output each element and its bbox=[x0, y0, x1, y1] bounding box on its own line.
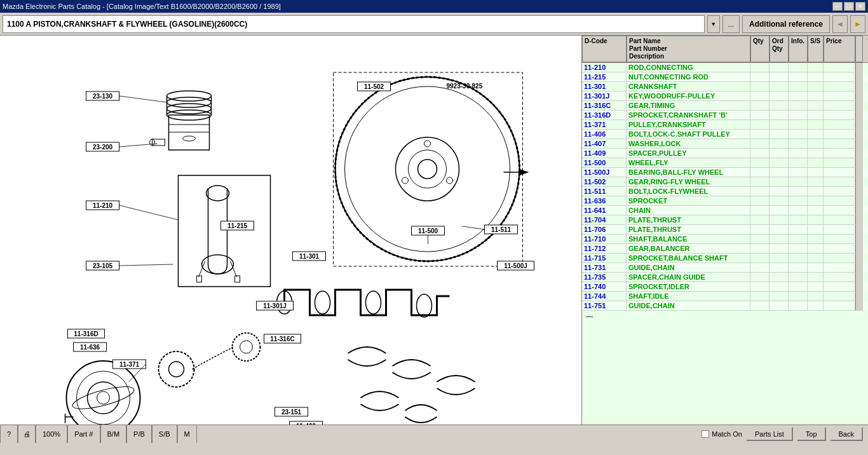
cell-dcode: 11-210 bbox=[582, 63, 627, 72]
bm-button[interactable]: B/M bbox=[100, 425, 127, 443]
cell-ordqty bbox=[770, 215, 789, 225]
label-11-511: 11-511 bbox=[485, 225, 518, 234]
cell-price bbox=[824, 301, 855, 311]
sb-button[interactable]: S/B bbox=[152, 425, 177, 443]
parts-list-button[interactable]: Parts List bbox=[746, 427, 793, 441]
cell-scroll bbox=[855, 206, 863, 215]
table-row[interactable]: 11-744 SHAFT,IDLE bbox=[582, 292, 868, 301]
cell-qty bbox=[750, 301, 770, 311]
catalog-title: 1100 A PISTON,CRANKSHAFT & FLYWHEEL (GAS… bbox=[3, 15, 705, 33]
cell-qty bbox=[750, 92, 770, 101]
cell-partname: CHAIN bbox=[627, 206, 750, 215]
table-row[interactable]: 11-215 NUT,CONNECTING ROD bbox=[582, 72, 868, 82]
table-row[interactable]: 11-710 SHAFT,BALANCE bbox=[582, 234, 868, 244]
cell-ordqty bbox=[770, 301, 789, 311]
label-11-502-top: 11-502 bbox=[358, 82, 391, 91]
cell-info bbox=[789, 282, 808, 292]
cell-ss bbox=[808, 111, 824, 120]
cell-partname: GEAR,RING-FLY WHEEL bbox=[627, 177, 750, 187]
table-row[interactable]: 11-502 GEAR,RING-FLY WHEEL bbox=[582, 177, 868, 187]
diagram-area: 23-130 23-200 bbox=[0, 36, 582, 424]
table-row[interactable]: 11-406 BOLT,LOCK-C.SHAFT PULLEY bbox=[582, 130, 868, 139]
header-dcode: D-Code bbox=[582, 36, 627, 62]
cell-price bbox=[824, 82, 855, 92]
cell-scroll bbox=[855, 196, 863, 206]
match-on-checkbox[interactable] bbox=[702, 430, 709, 438]
cell-info bbox=[789, 196, 808, 206]
top-button[interactable]: Top bbox=[797, 427, 826, 441]
cell-dcode: 11-710 bbox=[582, 234, 627, 244]
cell-scroll bbox=[855, 72, 863, 82]
cell-scroll bbox=[855, 225, 863, 234]
table-row[interactable]: 11-740 SPROCKET,IDLER bbox=[582, 282, 868, 292]
additional-reference-button[interactable]: Additional reference bbox=[742, 15, 830, 33]
cell-partname: PLATE,THRUST bbox=[627, 215, 750, 225]
cell-qty bbox=[750, 149, 770, 158]
table-row[interactable]: 11-715 SPROCKET,BALANCE SHAFT bbox=[582, 254, 868, 263]
table-row[interactable]: 11-735 SPACER,CHAIN GUIDE bbox=[582, 273, 868, 282]
pb-button[interactable]: P/B bbox=[126, 425, 152, 443]
cell-price bbox=[824, 263, 855, 273]
svg-text:11-301: 11-301 bbox=[299, 253, 320, 260]
print-button[interactable]: 🖨 bbox=[18, 425, 36, 443]
app-title: Mazda Electronic Parts Catalog - [Catalo… bbox=[3, 3, 832, 10]
table-row[interactable]: 11-704 PLATE,THRUST bbox=[582, 215, 868, 225]
cell-dcode: 11-371 bbox=[582, 120, 627, 130]
table-row[interactable]: 11-409 SPACER,PULLEY bbox=[582, 149, 868, 158]
label-23-130: 23-130 bbox=[86, 92, 119, 100]
table-row[interactable]: 11-751 GUIDE,CHAIN bbox=[582, 301, 868, 311]
table-row[interactable]: 11-731 GUIDE,CHAIN bbox=[582, 263, 868, 273]
nav-back-button[interactable]: ◄ bbox=[832, 15, 848, 33]
cell-info bbox=[789, 149, 808, 158]
part-button[interactable]: Part # bbox=[67, 425, 100, 443]
table-row[interactable]: 11-301 CRANKSHAFT bbox=[582, 82, 868, 92]
dropdown-button[interactable]: ▼ bbox=[707, 15, 720, 33]
cell-ss bbox=[808, 301, 824, 311]
status-bar: ? 🖨 100% Part # B/M P/B S/B M Match On P… bbox=[0, 424, 868, 442]
cell-scroll bbox=[855, 158, 863, 168]
cell-partname: BOLT,LOCK-C.SHAFT PULLEY bbox=[627, 130, 750, 139]
table-row[interactable]: 11-636 SPROCKET bbox=[582, 196, 868, 206]
close-button[interactable]: ✕ bbox=[855, 2, 865, 11]
parts-table-body[interactable]: 11-210 ROD,CONNECTING 11-215 NUT,CONNECT… bbox=[582, 63, 868, 424]
cell-info bbox=[789, 168, 808, 177]
table-row[interactable]: 11-641 CHAIN bbox=[582, 206, 868, 215]
minimize-button[interactable]: ─ bbox=[832, 2, 843, 11]
table-row[interactable]: 11-301J KEY,WOODRUFF-PULLEY bbox=[582, 92, 868, 101]
svg-text:11-502: 11-502 bbox=[364, 83, 384, 90]
ellipsis-button[interactable]: ... bbox=[722, 15, 740, 33]
svg-text:11-301J: 11-301J bbox=[263, 302, 287, 309]
cell-info bbox=[789, 263, 808, 273]
table-row[interactable]: 11-316D SPROCKET,CRANKSHAFT 'B' bbox=[582, 111, 868, 120]
table-row[interactable]: 11-712 GEAR,BALANCER bbox=[582, 244, 868, 254]
nav-forward-button[interactable]: ► bbox=[850, 15, 865, 33]
cell-partname: BOLT,LOCK-FLYWHEEL bbox=[627, 187, 750, 196]
cell-dcode: 11-502 bbox=[582, 177, 627, 187]
m-button[interactable]: M bbox=[177, 425, 197, 443]
help-button[interactable]: ? bbox=[0, 425, 18, 443]
table-row[interactable]: 11-210 ROD,CONNECTING bbox=[582, 63, 868, 72]
cell-dcode: 11-740 bbox=[582, 282, 627, 292]
table-row[interactable]: 11-407 WASHER,LOCK bbox=[582, 139, 868, 149]
cell-partname: WHEEL,FLY bbox=[627, 158, 750, 168]
maximize-button[interactable]: □ bbox=[844, 2, 854, 11]
cell-price bbox=[824, 139, 855, 149]
zoom-button[interactable]: 100% bbox=[36, 425, 67, 443]
table-row[interactable]: 11-316C GEAR,TIMING bbox=[582, 101, 868, 111]
table-row[interactable]: 11-500 WHEEL,FLY bbox=[582, 158, 868, 168]
cell-ss bbox=[808, 82, 824, 92]
cell-ordqty bbox=[770, 187, 789, 196]
cell-price bbox=[824, 234, 855, 244]
label-11-500J: 11-500J bbox=[498, 261, 534, 270]
cell-price bbox=[824, 101, 855, 111]
cell-price bbox=[824, 130, 855, 139]
cell-partname: SHAFT,IDLE bbox=[627, 292, 750, 301]
table-row[interactable]: 11-371 PULLEY,CRANKSHAFT bbox=[582, 120, 868, 130]
back-button[interactable]: Back bbox=[830, 427, 863, 441]
table-row[interactable]: 11-500J BEARING,BALL-FLY WHEEL bbox=[582, 168, 868, 177]
cell-info bbox=[789, 120, 808, 130]
cell-partname: BEARING,BALL-FLY WHEEL bbox=[627, 168, 750, 177]
table-row[interactable]: 11-706 PLATE,THRUST bbox=[582, 225, 868, 234]
table-row[interactable]: 11-511 BOLT,LOCK-FLYWHEEL bbox=[582, 187, 868, 196]
cell-dcode: 11-712 bbox=[582, 244, 627, 254]
